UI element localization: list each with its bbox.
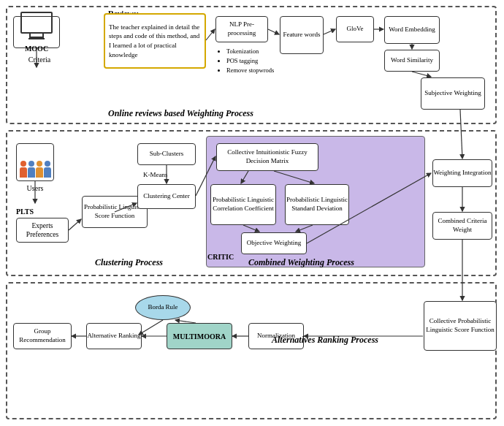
person-4 [44, 161, 51, 178]
person-2 [28, 161, 35, 178]
criteria-label: Criteria [16, 56, 63, 64]
nlp-bullet-2: POS tagging [226, 56, 274, 66]
critic-label: CRITIC [207, 253, 234, 261]
online-reviews-label: Online reviews based Weighting Process [108, 108, 253, 119]
nlp-bullet-1: Tokenization [226, 47, 274, 56]
combined-cw-box: Combined Criteria Weight [432, 212, 492, 240]
cif-dm-box: Collective Intuitionistic Fuzzy Decision… [216, 143, 318, 171]
alt-rank-box: Alternative Ranking [86, 323, 142, 349]
experts-box: Experts Preferences [16, 218, 69, 243]
nlp-box: NLP Pre-processing [215, 16, 268, 42]
plcc-box: Probabilistic Linguistic Correlation Coe… [210, 184, 276, 225]
plts-label: PLTS [16, 208, 34, 216]
review-text-box: The teacher explained in detail the step… [104, 13, 206, 69]
word-similarity-box: Word Similarity [384, 50, 440, 72]
subclusters-box: Sub-Clusters [137, 143, 196, 165]
users-box [16, 143, 54, 181]
glove-box: GloVe [336, 16, 374, 42]
monitor-stand [28, 38, 45, 39]
multimoora-box: MULTIMOORA [167, 323, 232, 349]
clustering-center-box: Clustering Center [137, 184, 196, 209]
person-3 [36, 161, 43, 178]
group-rec-box: Group Recommendation [13, 323, 72, 349]
word-embedding-box: Word Embedding [384, 16, 440, 44]
main-diagram: MOOC Criteria Reviews: The teacher expla… [0, 0, 504, 426]
ranking-label: Alternatives Ranking Process [272, 335, 378, 346]
clustering-label: Clustering Process [95, 257, 163, 268]
mooc-box: MOOC [13, 16, 60, 48]
borda-box: Borda Rule [135, 295, 191, 320]
monitor-icon [20, 12, 53, 34]
plsd-box: Probabilistic Linguistic Standard Deviat… [285, 184, 349, 225]
nlp-bullets-list: Tokenization POS tagging Remove stopwrod… [216, 47, 274, 75]
cpls-box: Collective Probabilistic Linguistic Scor… [424, 301, 497, 351]
obj-weighting-box: Objective Weighting [241, 232, 307, 254]
nlp-bullet-3: Remove stopwrods [226, 66, 274, 75]
mooc-label: MOOC [20, 44, 53, 53]
combined-label: Combined Weighting Process [248, 257, 354, 268]
users-label: Users [16, 184, 54, 192]
subj-weighting-box: Subjective Weighting [421, 77, 485, 110]
kmeans-label: K-Means [143, 171, 168, 178]
weight-integ-box: Weighting Integration [432, 159, 492, 187]
feature-words-box: Feature words [280, 16, 324, 54]
people-icons [17, 144, 53, 180]
person-1 [20, 161, 27, 178]
